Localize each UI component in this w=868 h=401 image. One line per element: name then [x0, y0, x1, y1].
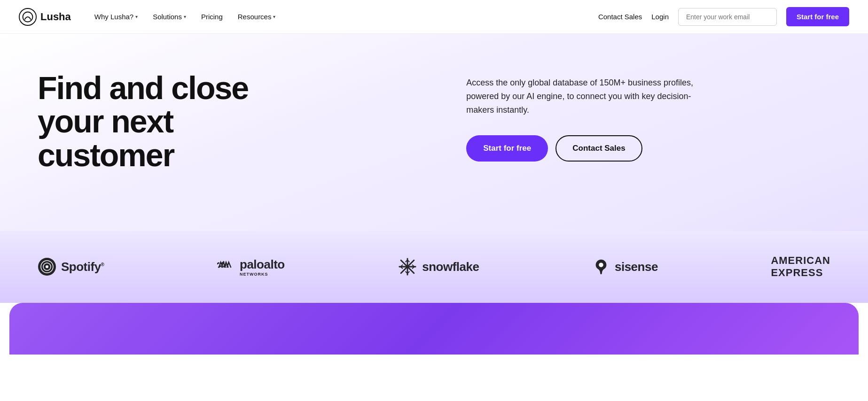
- svg-rect-6: [217, 262, 219, 265]
- logos-section: Spotify® paloalto NETWORKS: [0, 231, 868, 303]
- hero-right: Access the only global database of 150M+…: [466, 71, 830, 162]
- sisense-label: sisense: [615, 260, 658, 274]
- chevron-down-icon: ▾: [273, 14, 275, 19]
- chevron-down-icon: ▾: [135, 14, 138, 19]
- svg-point-22: [599, 263, 603, 268]
- spotify-icon: [38, 257, 56, 276]
- nav-links: Why Lusha? ▾ Solutions ▾ Pricing Resourc…: [88, 9, 598, 24]
- paloalto-label: paloalto: [240, 257, 285, 271]
- logo-text: Lusha: [40, 11, 71, 23]
- purple-bottom-section: [9, 303, 859, 355]
- svg-point-5: [46, 265, 48, 268]
- snowflake-icon: [398, 257, 417, 277]
- snowflake-label: snowflake: [422, 260, 479, 274]
- paloalto-sub: NETWORKS: [240, 272, 285, 277]
- hero-title: Find and close your next customer: [38, 71, 310, 172]
- hero-description: Access the only global database of 150M+…: [466, 76, 701, 116]
- hero-left: Find and close your next customer: [38, 71, 466, 172]
- nav-resources[interactable]: Resources ▾: [231, 9, 282, 24]
- nav-why-lusha[interactable]: Why Lusha? ▾: [88, 9, 144, 24]
- logo-link[interactable]: Lusha: [19, 8, 71, 26]
- hero-start-free-button[interactable]: Start for free: [466, 135, 548, 162]
- contact-sales-link[interactable]: Contact Sales: [598, 13, 642, 21]
- amex-label: AMERICANEXPRESS: [771, 254, 830, 279]
- nav-solutions[interactable]: Solutions ▾: [146, 9, 193, 24]
- sisense-icon: [592, 258, 610, 276]
- paloalto-icon: [217, 258, 235, 276]
- chevron-down-icon: ▾: [184, 14, 186, 19]
- nav-pricing[interactable]: Pricing: [195, 9, 229, 24]
- snowflake-logo: snowflake: [398, 257, 479, 277]
- amex-logo: AMERICANEXPRESS: [771, 254, 830, 279]
- spotify-label: Spotify®: [61, 260, 104, 274]
- paloalto-logo: paloalto NETWORKS: [217, 257, 285, 277]
- sisense-logo: sisense: [592, 258, 658, 276]
- nav-right: Contact Sales Login Start for free: [598, 7, 849, 26]
- hero-buttons: Start for free Contact Sales: [466, 135, 830, 162]
- lusha-logo-icon: [19, 8, 37, 26]
- paloalto-label-group: paloalto NETWORKS: [240, 257, 285, 277]
- hero-contact-sales-button[interactable]: Contact Sales: [555, 135, 642, 162]
- navbar: Lusha Why Lusha? ▾ Solutions ▾ Pricing R…: [0, 0, 868, 34]
- login-link[interactable]: Login: [651, 13, 669, 21]
- email-input[interactable]: [678, 8, 777, 26]
- spotify-logo: Spotify®: [38, 257, 104, 276]
- hero-section: Find and close your next customer Access…: [0, 34, 868, 231]
- nav-start-free-button[interactable]: Start for free: [786, 7, 849, 26]
